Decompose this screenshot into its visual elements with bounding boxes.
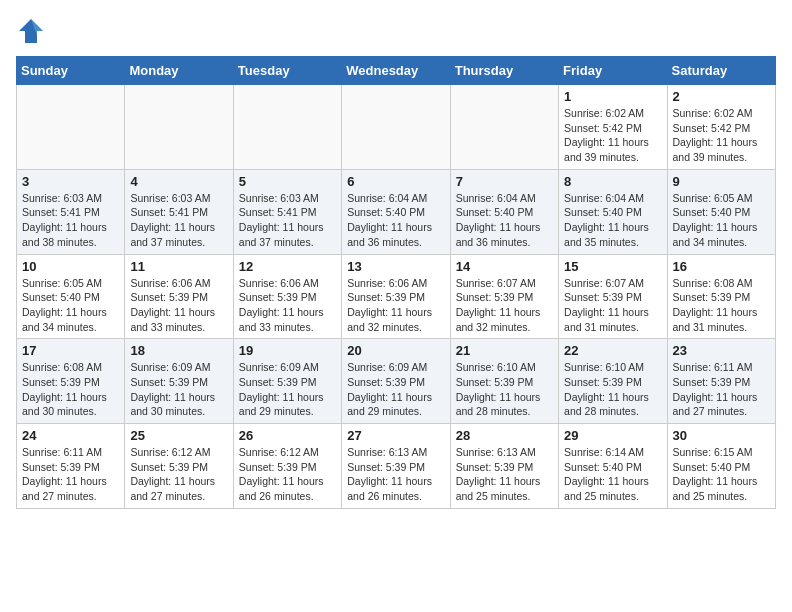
calendar-cell-3-3: 12Sunrise: 6:06 AM Sunset: 5:39 PM Dayli… — [233, 254, 341, 339]
calendar-cell-3-4: 13Sunrise: 6:06 AM Sunset: 5:39 PM Dayli… — [342, 254, 450, 339]
calendar-header-thursday: Thursday — [450, 57, 558, 85]
day-info: Sunrise: 6:02 AM Sunset: 5:42 PM Dayligh… — [673, 106, 770, 165]
day-number: 24 — [22, 428, 119, 443]
day-number: 25 — [130, 428, 227, 443]
day-info: Sunrise: 6:05 AM Sunset: 5:40 PM Dayligh… — [673, 191, 770, 250]
day-info: Sunrise: 6:09 AM Sunset: 5:39 PM Dayligh… — [130, 360, 227, 419]
day-info: Sunrise: 6:13 AM Sunset: 5:39 PM Dayligh… — [347, 445, 444, 504]
calendar-cell-5-5: 28Sunrise: 6:13 AM Sunset: 5:39 PM Dayli… — [450, 424, 558, 509]
day-info: Sunrise: 6:11 AM Sunset: 5:39 PM Dayligh… — [22, 445, 119, 504]
calendar-cell-2-3: 5Sunrise: 6:03 AM Sunset: 5:41 PM Daylig… — [233, 169, 341, 254]
calendar-week-1: 1Sunrise: 6:02 AM Sunset: 5:42 PM Daylig… — [17, 85, 776, 170]
day-number: 1 — [564, 89, 661, 104]
day-info: Sunrise: 6:06 AM Sunset: 5:39 PM Dayligh… — [239, 276, 336, 335]
day-number: 3 — [22, 174, 119, 189]
day-number: 13 — [347, 259, 444, 274]
calendar-header-monday: Monday — [125, 57, 233, 85]
day-info: Sunrise: 6:09 AM Sunset: 5:39 PM Dayligh… — [239, 360, 336, 419]
calendar-week-5: 24Sunrise: 6:11 AM Sunset: 5:39 PM Dayli… — [17, 424, 776, 509]
calendar-week-4: 17Sunrise: 6:08 AM Sunset: 5:39 PM Dayli… — [17, 339, 776, 424]
calendar-table: SundayMondayTuesdayWednesdayThursdayFrid… — [16, 56, 776, 509]
calendar-cell-3-7: 16Sunrise: 6:08 AM Sunset: 5:39 PM Dayli… — [667, 254, 775, 339]
calendar-cell-2-1: 3Sunrise: 6:03 AM Sunset: 5:41 PM Daylig… — [17, 169, 125, 254]
day-number: 17 — [22, 343, 119, 358]
calendar-cell-1-4 — [342, 85, 450, 170]
day-number: 7 — [456, 174, 553, 189]
day-info: Sunrise: 6:12 AM Sunset: 5:39 PM Dayligh… — [239, 445, 336, 504]
day-info: Sunrise: 6:07 AM Sunset: 5:39 PM Dayligh… — [564, 276, 661, 335]
calendar-cell-4-1: 17Sunrise: 6:08 AM Sunset: 5:39 PM Dayli… — [17, 339, 125, 424]
calendar-cell-4-7: 23Sunrise: 6:11 AM Sunset: 5:39 PM Dayli… — [667, 339, 775, 424]
day-number: 2 — [673, 89, 770, 104]
day-info: Sunrise: 6:07 AM Sunset: 5:39 PM Dayligh… — [456, 276, 553, 335]
calendar-cell-1-1 — [17, 85, 125, 170]
day-info: Sunrise: 6:13 AM Sunset: 5:39 PM Dayligh… — [456, 445, 553, 504]
day-info: Sunrise: 6:05 AM Sunset: 5:40 PM Dayligh… — [22, 276, 119, 335]
calendar-week-3: 10Sunrise: 6:05 AM Sunset: 5:40 PM Dayli… — [17, 254, 776, 339]
calendar-cell-5-7: 30Sunrise: 6:15 AM Sunset: 5:40 PM Dayli… — [667, 424, 775, 509]
day-number: 29 — [564, 428, 661, 443]
day-number: 11 — [130, 259, 227, 274]
calendar-cell-1-2 — [125, 85, 233, 170]
day-number: 20 — [347, 343, 444, 358]
day-number: 30 — [673, 428, 770, 443]
day-number: 22 — [564, 343, 661, 358]
calendar-header-saturday: Saturday — [667, 57, 775, 85]
calendar-header-row: SundayMondayTuesdayWednesdayThursdayFrid… — [17, 57, 776, 85]
day-info: Sunrise: 6:08 AM Sunset: 5:39 PM Dayligh… — [22, 360, 119, 419]
calendar-cell-4-2: 18Sunrise: 6:09 AM Sunset: 5:39 PM Dayli… — [125, 339, 233, 424]
calendar-cell-2-6: 8Sunrise: 6:04 AM Sunset: 5:40 PM Daylig… — [559, 169, 667, 254]
calendar-header-friday: Friday — [559, 57, 667, 85]
calendar-cell-4-4: 20Sunrise: 6:09 AM Sunset: 5:39 PM Dayli… — [342, 339, 450, 424]
day-info: Sunrise: 6:15 AM Sunset: 5:40 PM Dayligh… — [673, 445, 770, 504]
calendar-cell-2-4: 6Sunrise: 6:04 AM Sunset: 5:40 PM Daylig… — [342, 169, 450, 254]
calendar-cell-4-6: 22Sunrise: 6:10 AM Sunset: 5:39 PM Dayli… — [559, 339, 667, 424]
day-number: 8 — [564, 174, 661, 189]
day-number: 28 — [456, 428, 553, 443]
day-info: Sunrise: 6:09 AM Sunset: 5:39 PM Dayligh… — [347, 360, 444, 419]
calendar-cell-1-6: 1Sunrise: 6:02 AM Sunset: 5:42 PM Daylig… — [559, 85, 667, 170]
calendar-cell-2-5: 7Sunrise: 6:04 AM Sunset: 5:40 PM Daylig… — [450, 169, 558, 254]
calendar-cell-1-3 — [233, 85, 341, 170]
day-info: Sunrise: 6:08 AM Sunset: 5:39 PM Dayligh… — [673, 276, 770, 335]
calendar-cell-4-5: 21Sunrise: 6:10 AM Sunset: 5:39 PM Dayli… — [450, 339, 558, 424]
day-number: 21 — [456, 343, 553, 358]
day-number: 10 — [22, 259, 119, 274]
day-info: Sunrise: 6:03 AM Sunset: 5:41 PM Dayligh… — [239, 191, 336, 250]
calendar-header-sunday: Sunday — [17, 57, 125, 85]
day-info: Sunrise: 6:10 AM Sunset: 5:39 PM Dayligh… — [456, 360, 553, 419]
day-info: Sunrise: 6:12 AM Sunset: 5:39 PM Dayligh… — [130, 445, 227, 504]
day-info: Sunrise: 6:02 AM Sunset: 5:42 PM Dayligh… — [564, 106, 661, 165]
day-info: Sunrise: 6:10 AM Sunset: 5:39 PM Dayligh… — [564, 360, 661, 419]
calendar-header-wednesday: Wednesday — [342, 57, 450, 85]
day-number: 19 — [239, 343, 336, 358]
calendar-cell-3-6: 15Sunrise: 6:07 AM Sunset: 5:39 PM Dayli… — [559, 254, 667, 339]
calendar-cell-2-2: 4Sunrise: 6:03 AM Sunset: 5:41 PM Daylig… — [125, 169, 233, 254]
calendar-cell-5-6: 29Sunrise: 6:14 AM Sunset: 5:40 PM Dayli… — [559, 424, 667, 509]
day-info: Sunrise: 6:06 AM Sunset: 5:39 PM Dayligh… — [347, 276, 444, 335]
day-number: 9 — [673, 174, 770, 189]
day-number: 6 — [347, 174, 444, 189]
calendar-cell-2-7: 9Sunrise: 6:05 AM Sunset: 5:40 PM Daylig… — [667, 169, 775, 254]
day-number: 4 — [130, 174, 227, 189]
calendar-cell-1-5 — [450, 85, 558, 170]
calendar-header-tuesday: Tuesday — [233, 57, 341, 85]
calendar-cell-5-3: 26Sunrise: 6:12 AM Sunset: 5:39 PM Dayli… — [233, 424, 341, 509]
page-header — [16, 16, 776, 46]
day-info: Sunrise: 6:14 AM Sunset: 5:40 PM Dayligh… — [564, 445, 661, 504]
day-number: 16 — [673, 259, 770, 274]
day-number: 23 — [673, 343, 770, 358]
calendar-cell-3-5: 14Sunrise: 6:07 AM Sunset: 5:39 PM Dayli… — [450, 254, 558, 339]
day-number: 14 — [456, 259, 553, 274]
day-number: 18 — [130, 343, 227, 358]
day-number: 15 — [564, 259, 661, 274]
day-number: 26 — [239, 428, 336, 443]
day-number: 5 — [239, 174, 336, 189]
day-info: Sunrise: 6:04 AM Sunset: 5:40 PM Dayligh… — [347, 191, 444, 250]
calendar-cell-4-3: 19Sunrise: 6:09 AM Sunset: 5:39 PM Dayli… — [233, 339, 341, 424]
logo — [16, 16, 50, 46]
day-info: Sunrise: 6:06 AM Sunset: 5:39 PM Dayligh… — [130, 276, 227, 335]
day-number: 12 — [239, 259, 336, 274]
calendar-cell-5-4: 27Sunrise: 6:13 AM Sunset: 5:39 PM Dayli… — [342, 424, 450, 509]
calendar-cell-5-2: 25Sunrise: 6:12 AM Sunset: 5:39 PM Dayli… — [125, 424, 233, 509]
